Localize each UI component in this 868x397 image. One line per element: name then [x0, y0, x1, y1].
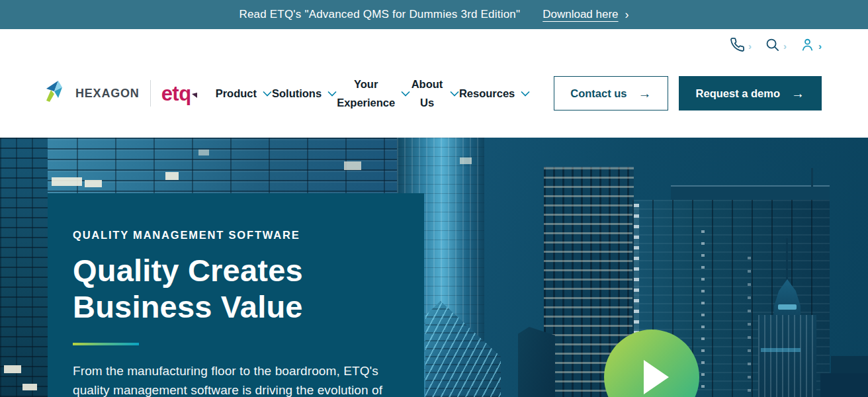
header-main-row: HEXAGON etq Product Solutions Your Exper…	[45, 49, 822, 138]
chevron-down-icon	[450, 87, 459, 99]
chevron-down-icon	[521, 87, 530, 99]
nav-item-about-us[interactable]: About Us	[410, 75, 459, 112]
hero-paragraph-line: From the manufacturing floor to the boar…	[73, 362, 398, 381]
lit-window	[85, 180, 102, 187]
contact-us-button[interactable]: Contact us →	[554, 76, 668, 110]
hero-background-building	[786, 238, 788, 281]
hero-background-building	[0, 138, 48, 397]
nav-label: Resources	[459, 84, 515, 103]
nav-label: Your Experience	[337, 75, 395, 112]
gradient-rule	[73, 343, 139, 345]
lit-window	[460, 157, 472, 164]
hexagon-etq-logo[interactable]: HEXAGON etq	[45, 80, 197, 107]
hero-heading: Quality Creates Business Value	[73, 252, 398, 326]
hero-background-building	[671, 185, 830, 201]
chevron-down-icon	[401, 87, 410, 99]
request-demo-label: Request a demo	[696, 87, 780, 100]
download-here-link[interactable]: Download here	[542, 8, 618, 21]
lit-window	[344, 161, 361, 170]
hero-heading-line: Quality Creates	[73, 252, 398, 288]
hero-background-building	[761, 348, 801, 352]
hero-background-building	[0, 138, 397, 195]
nav-item-product[interactable]: Product	[216, 84, 272, 103]
nav-label: Solutions	[272, 84, 322, 103]
chevron-right-icon: ›	[625, 9, 629, 21]
nav-item-solutions[interactable]: Solutions	[272, 84, 337, 103]
site-header: › › ›	[0, 29, 868, 138]
etq-homepage: Read ETQ's "Advanced QMS for Dummies 3rd…	[0, 0, 868, 397]
contact-us-label: Contact us	[570, 87, 627, 100]
hero-section: QUALITY MANAGEMENT SOFTWARE Quality Crea…	[0, 138, 868, 397]
etq-logo-mark-icon	[192, 81, 198, 102]
hero-heading-line: Business Value	[73, 288, 398, 325]
play-icon	[644, 360, 669, 394]
hero-background-building	[778, 304, 797, 310]
announcement-banner: Read ETQ's "Advanced QMS for Dummies 3rd…	[0, 0, 868, 29]
lit-window	[4, 365, 21, 373]
lit-window	[198, 150, 209, 155]
nav-item-your-experience[interactable]: Your Experience	[337, 75, 410, 112]
arrow-right-icon: →	[638, 87, 652, 100]
hexagon-logo-icon	[45, 81, 69, 106]
lit-window	[165, 172, 179, 180]
nav-label: Product	[216, 84, 257, 103]
hexagon-wordmark: HEXAGON	[75, 87, 140, 101]
hero-background-building	[518, 327, 555, 397]
hero-background-building	[811, 168, 813, 187]
chevron-down-icon	[263, 87, 272, 99]
hero-paragraph: From the manufacturing floor to the boar…	[73, 362, 398, 397]
arrow-right-icon: →	[791, 87, 804, 100]
request-demo-button[interactable]: Request a demo →	[679, 76, 822, 110]
main-nav: Product Solutions Your Experience About …	[216, 75, 531, 112]
hero-background-building	[748, 257, 751, 397]
hero-background-building	[758, 315, 816, 397]
logo-divider	[150, 80, 151, 107]
hero-background-building	[701, 230, 705, 396]
hero-paragraph-line: quality management software is driving t…	[73, 381, 398, 397]
chevron-down-icon	[327, 87, 337, 99]
hero-background-building	[820, 373, 868, 397]
etq-wordmark: etq	[161, 83, 197, 104]
lit-window	[52, 177, 82, 186]
lit-window	[22, 384, 37, 390]
nav-item-resources[interactable]: Resources	[459, 84, 530, 103]
banner-text: Read ETQ's "Advanced QMS for Dummies 3rd…	[239, 8, 520, 21]
header-cta-group: Contact us → Request a demo →	[554, 76, 822, 110]
hero-eyebrow: QUALITY MANAGEMENT SOFTWARE	[73, 229, 398, 242]
nav-label: About Us	[410, 75, 444, 112]
hero-overlay-panel: QUALITY MANAGEMENT SOFTWARE Quality Crea…	[48, 193, 424, 397]
